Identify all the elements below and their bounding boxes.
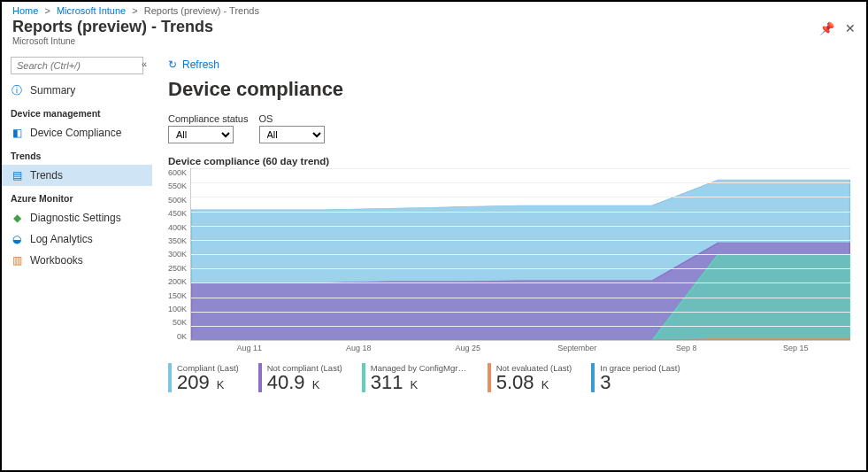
sidebar-item-trends[interactable]: ▤ Trends (2, 165, 152, 186)
page-title: Reports (preview) - Trends (12, 18, 819, 36)
legend-label: In grace period (Last) (600, 363, 680, 373)
legend-item[interactable]: Not compliant (Last)40.9 K (258, 363, 342, 392)
breadcrumb: Home > Microsoft Intune > Reports (previ… (2, 2, 866, 18)
section-azure-monitor: Azure Monitor (2, 186, 152, 207)
sidebar-item-summary[interactable]: ⓘ Summary (2, 80, 152, 101)
sidebar-item-label: Trends (30, 169, 63, 182)
chart-title: Device compliance (60 day trend) (168, 156, 850, 166)
filter-compliance-label: Compliance status (168, 113, 249, 124)
refresh-label: Refresh (182, 58, 219, 71)
content-heading: Device compliance (168, 78, 850, 101)
chart: 600K550K500K450K400K350K300K250K200K150K… (168, 168, 850, 341)
refresh-button[interactable]: ↻ Refresh (168, 58, 219, 71)
legend-value: 40.9 K (267, 373, 342, 392)
section-trends: Trends (2, 143, 152, 165)
log-icon: ◒ (11, 233, 23, 245)
breadcrumb-home[interactable]: Home (12, 5, 38, 16)
filter-compliance-select[interactable]: All (168, 126, 234, 143)
refresh-icon: ↻ (168, 58, 177, 71)
sidebar-item-label: Workbooks (30, 254, 83, 267)
filter-os-select[interactable]: All (259, 126, 325, 143)
trends-icon: ▤ (11, 169, 23, 182)
close-icon[interactable]: ✕ (845, 21, 856, 35)
breadcrumb-current: Reports (preview) - Trends (144, 5, 259, 16)
sidebar-item-label: Device Compliance (30, 127, 121, 139)
legend-item[interactable]: In grace period (Last)3 (591, 363, 680, 392)
sidebar-item-label: Log Analytics (30, 233, 93, 245)
chart-plot (190, 168, 850, 341)
diagnostic-icon: ◆ (11, 212, 23, 224)
breadcrumb-intune[interactable]: Microsoft Intune (57, 5, 126, 16)
filter-os-label: OS (259, 113, 325, 124)
chart-xaxis: Aug 11Aug 18Aug 25SeptemberSep 8Sep 15 (195, 341, 850, 352)
sidebar: « ⓘ Summary Device management ◧ Device C… (2, 53, 152, 472)
legend-value: 311 K (371, 373, 468, 392)
chart-legend: Compliant (Last)209 KNot compliant (Last… (168, 363, 850, 392)
legend-item[interactable]: Not evaluated (Last)5.08 K (488, 363, 572, 392)
workbooks-icon: ▥ (11, 254, 23, 267)
sidebar-item-log-analytics[interactable]: ◒ Log Analytics (2, 228, 152, 250)
legend-value: 3 (600, 373, 680, 392)
chart-yaxis: 600K550K500K450K400K350K300K250K200K150K… (168, 168, 190, 341)
sidebar-item-device-compliance[interactable]: ◧ Device Compliance (2, 122, 152, 143)
section-device-mgmt: Device management (2, 101, 152, 122)
collapse-icon[interactable]: « (142, 58, 147, 69)
info-icon: ⓘ (11, 84, 23, 97)
legend-value: 209 K (177, 373, 239, 392)
compliance-icon: ◧ (11, 127, 23, 139)
search-input[interactable] (11, 57, 143, 74)
main-content: ↻ Refresh Device compliance Compliance s… (152, 53, 866, 472)
legend-item[interactable]: Managed by ConfigMgr (...)311 K (362, 363, 468, 392)
page-subtitle: Microsoft Intune (12, 36, 819, 46)
pin-icon[interactable]: 📌 (819, 21, 834, 35)
sidebar-item-workbooks[interactable]: ▥ Workbooks (2, 250, 152, 271)
sidebar-item-diagnostic[interactable]: ◆ Diagnostic Settings (2, 207, 152, 228)
legend-value: 5.08 K (496, 373, 572, 392)
sidebar-item-label: Summary (30, 84, 75, 97)
legend-item[interactable]: Compliant (Last)209 K (168, 363, 239, 392)
sidebar-item-label: Diagnostic Settings (30, 212, 121, 224)
